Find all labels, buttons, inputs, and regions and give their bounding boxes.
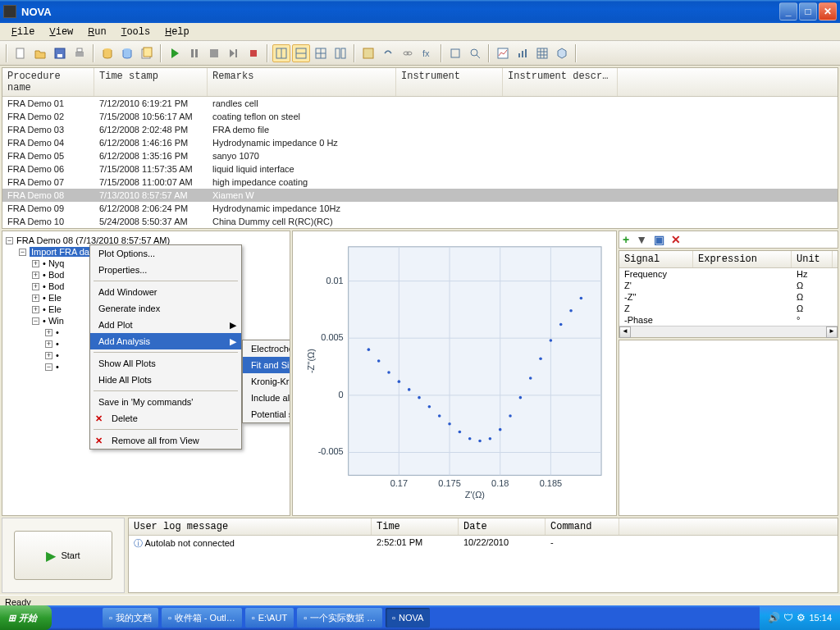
tool-chart-icon[interactable] <box>494 44 512 62</box>
tool-3d-icon[interactable] <box>553 44 571 62</box>
procedure-row[interactable]: FRA Demo 096/12/2008 2:06:24 PMHydrodyna… <box>2 202 838 215</box>
menu-help[interactable]: Help <box>158 25 196 39</box>
tool-save-icon[interactable] <box>51 44 69 62</box>
log-row[interactable]: ⓘ Autolab not connected2:52:01 PM10/22/2… <box>129 536 838 551</box>
menu-item[interactable]: Save in 'My commands' <box>90 394 241 410</box>
menu-file[interactable]: File <box>5 25 41 39</box>
procedure-row[interactable]: FRA Demo 056/12/2008 1:35:16 PMsanyo 107… <box>2 149 838 162</box>
menu-item[interactable]: Properties... <box>90 262 241 278</box>
taskbar-item[interactable]: ▫我的文档 <box>103 608 158 628</box>
procedure-row[interactable]: FRA Demo 067/15/2008 11:57:35 AMliquid l… <box>2 162 838 176</box>
taskbar-item[interactable]: ▫一个实际数据 … <box>297 608 382 628</box>
panel-icon[interactable]: ▣ <box>654 233 664 246</box>
signal-row[interactable]: FrequencyHz <box>619 268 838 280</box>
close-button[interactable]: ✕ <box>819 2 837 21</box>
submenu-item[interactable]: Kronig-Kramers <box>243 373 290 390</box>
col-header-name[interactable]: Procedure name <box>2 68 94 96</box>
system-tray[interactable]: 🔊 🛡 ⚙ 15:14 <box>760 605 840 630</box>
tool-abort-icon[interactable] <box>244 44 262 62</box>
tool-fx-icon[interactable]: fx <box>418 44 436 62</box>
log-col-time[interactable]: Time <box>372 518 459 535</box>
taskbar-item[interactable]: ▫E:\AUT <box>245 608 294 628</box>
menu-item[interactable]: Delete✕ <box>90 410 241 427</box>
tool-db1-icon[interactable] <box>98 44 116 62</box>
col-header-instrument[interactable]: Instrument <box>396 68 503 96</box>
start-menu-button[interactable]: ⊞ 开始 <box>0 605 52 630</box>
filter-icon[interactable]: ▼ <box>636 233 647 246</box>
menu-item[interactable]: Remove all from View✕ <box>90 432 241 449</box>
log-col-date[interactable]: Date <box>459 518 546 535</box>
menu-item[interactable]: Show All Plots <box>90 355 241 372</box>
tool-layout4-icon[interactable] <box>331 44 349 62</box>
tool-pause-icon[interactable] <box>185 44 203 62</box>
add-signal-icon[interactable]: + <box>623 233 629 246</box>
tray-icon[interactable]: ⚙ <box>797 612 806 623</box>
taskbar-item[interactable]: ▫收件箱 - Outl… <box>162 608 242 628</box>
sig-col-unit[interactable]: Unit <box>792 251 833 267</box>
procedure-row[interactable]: FRA Demo 105/24/2008 5:50:37 AMChina Dum… <box>2 215 838 228</box>
scroll-left-icon[interactable]: ◄ <box>619 326 631 338</box>
tool-notes-icon[interactable] <box>138 44 156 62</box>
tool-zoomin-icon[interactable] <box>466 44 484 62</box>
quicklaunch-icon[interactable] <box>71 608 86 628</box>
tool-link-icon[interactable] <box>399 44 417 62</box>
quicklaunch-icon[interactable] <box>57 608 71 628</box>
signals-hscroll[interactable]: ◄ ► <box>619 326 838 337</box>
menu-run[interactable]: Run <box>81 25 112 39</box>
menu-item[interactable]: Add Analysis▶ <box>90 333 241 349</box>
tool-layout1-icon[interactable] <box>272 44 290 62</box>
signal-row[interactable]: Z'Ω <box>619 280 838 291</box>
col-header-instr-desc[interactable]: Instrument descr… <box>503 68 618 96</box>
procedure-row[interactable]: FRA Demo 046/12/2008 1:46:16 PMHydrodyna… <box>2 136 838 149</box>
signal-row[interactable]: -Z''Ω <box>619 291 838 303</box>
tool-db2-icon[interactable] <box>118 44 136 62</box>
tool-play-icon[interactable] <box>166 44 184 62</box>
tool-grid-icon[interactable] <box>533 44 551 62</box>
col-header-remarks[interactable]: Remarks <box>208 68 396 96</box>
tool-chart2-icon[interactable] <box>514 44 532 62</box>
procedure-row[interactable]: FRA Demo 036/12/2008 2:02:48 PMFRA demo … <box>2 123 838 136</box>
tool-new-icon[interactable] <box>11 44 30 62</box>
submenu-item[interactable]: Potential scan FRA data <box>243 406 290 422</box>
log-col-cmd[interactable]: Command <box>546 518 619 535</box>
signal-row[interactable]: -Phase° <box>619 314 838 326</box>
submenu-item[interactable]: Fit and Simulation <box>243 357 290 373</box>
tool-misc2-icon[interactable] <box>379 44 397 62</box>
procedure-row[interactable]: FRA Demo 087/13/2010 8:57:57 AMXiamen W <box>2 189 838 202</box>
menu-item[interactable]: Add Windower <box>90 284 241 300</box>
procedure-row[interactable]: FRA Demo 017/12/2010 6:19:21 PMrandles c… <box>2 97 838 110</box>
col-header-time[interactable]: Time stamp <box>94 68 208 96</box>
menu-item[interactable]: Add Plot▶ <box>90 317 241 333</box>
signal-row[interactable]: ZΩ <box>619 303 838 314</box>
tray-icon[interactable]: 🔊 <box>768 612 780 623</box>
delete-signal-icon[interactable]: ✕ <box>671 233 681 246</box>
sig-col-expression[interactable]: Expression <box>693 251 792 267</box>
tray-clock[interactable]: 15:14 <box>809 613 832 623</box>
menu-item[interactable]: Hide All Plots <box>90 372 241 388</box>
start-button[interactable]: ▶ Start <box>14 531 112 580</box>
procedure-row[interactable]: FRA Demo 027/15/2008 10:56:17 AMcoating … <box>2 110 838 123</box>
scroll-right-icon[interactable]: ► <box>826 326 838 338</box>
log-col-msg[interactable]: User log message <box>129 518 372 535</box>
chart-panel[interactable]: 0.170.1750.180.185-0.00500.0050.01Z'(Ω)-… <box>292 231 617 516</box>
tool-open-icon[interactable] <box>31 44 49 62</box>
submenu-item[interactable]: Include all FRA data <box>243 390 290 406</box>
menu-tools[interactable]: Tools <box>115 25 158 39</box>
tray-icon[interactable]: 🛡 <box>783 612 793 623</box>
menu-item[interactable]: Plot Options... <box>90 245 241 262</box>
minimize-button[interactable]: _ <box>779 2 797 21</box>
tool-stop-icon[interactable] <box>205 44 223 62</box>
menu-view[interactable]: View <box>43 25 80 39</box>
sig-col-signal[interactable]: Signal <box>619 251 693 267</box>
tool-skip-icon[interactable] <box>225 44 243 62</box>
submenu-item[interactable]: Electrochemical circle fit <box>243 340 290 357</box>
taskbar-item[interactable]: ▫NOVA <box>386 608 430 628</box>
tool-layout3-icon[interactable] <box>312 44 330 62</box>
menu-item[interactable]: Generate index <box>90 300 241 317</box>
procedure-row[interactable]: FRA Demo 077/15/2008 11:00:07 AMhigh imp… <box>2 176 838 189</box>
tool-misc1-icon[interactable] <box>359 44 377 62</box>
quicklaunch-icon[interactable] <box>86 608 101 628</box>
tool-print-icon[interactable] <box>71 44 89 62</box>
maximize-button[interactable]: □ <box>799 2 817 21</box>
tool-layout2-icon[interactable] <box>292 44 310 62</box>
